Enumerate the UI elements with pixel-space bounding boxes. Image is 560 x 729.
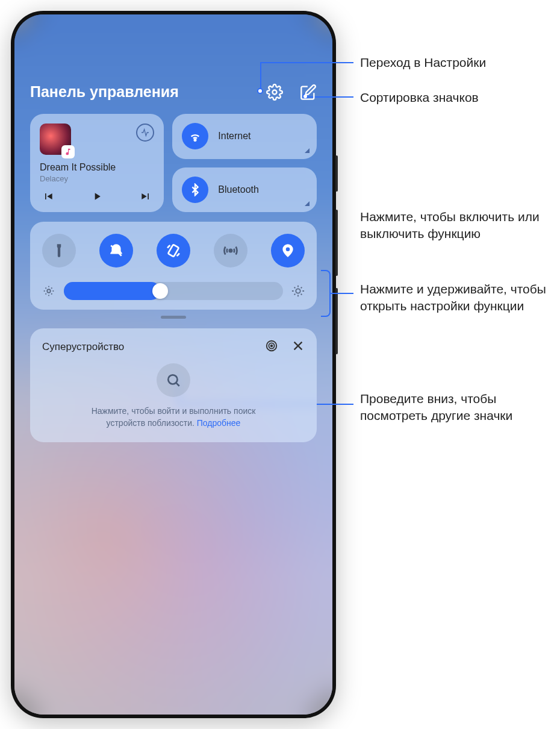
volume-up-button	[335, 210, 338, 276]
brightness-slider[interactable]	[64, 282, 283, 300]
svg-point-4	[229, 249, 232, 252]
anno-sort: Сортировка значков	[360, 89, 479, 106]
anno-swipe: Проведите вниз, чтобы посмотреть другие …	[360, 390, 541, 425]
track-artist: Delacey	[40, 174, 154, 183]
brightness-slider-row	[42, 282, 305, 300]
control-panel-header: Панель управления	[30, 83, 317, 101]
svg-point-0	[273, 90, 277, 94]
page-title: Панель управления	[30, 83, 179, 101]
wifi-tile[interactable]: Internet	[172, 114, 317, 159]
edit-icon[interactable]	[300, 84, 317, 101]
bluetooth-icon	[182, 177, 208, 203]
location-toggle[interactable]	[271, 234, 305, 268]
svg-point-1	[194, 139, 196, 141]
audio-output-icon[interactable]	[136, 124, 154, 142]
media-card[interactable]: Dream It Possible Delacey	[30, 114, 164, 212]
anno-tap: Нажмите, чтобы включить или выключить фу…	[360, 208, 547, 243]
superdevice-title: Суперустройство	[42, 341, 124, 353]
svg-point-6	[296, 289, 300, 293]
search-button[interactable]	[157, 363, 190, 397]
wifi-label: Internet	[218, 131, 250, 142]
bluetooth-label: Bluetooth	[218, 184, 259, 195]
expand-icon	[305, 148, 310, 153]
svg-point-10	[168, 375, 177, 384]
anno-settings: Переход в Настройки	[360, 54, 486, 71]
volume-down-button	[335, 288, 338, 354]
quick-toggles-card	[30, 222, 317, 310]
album-art	[40, 124, 71, 155]
drag-handle[interactable]	[161, 316, 186, 319]
wifi-icon	[182, 123, 208, 149]
learn-more-link[interactable]: Подробнее	[197, 418, 241, 428]
expand-icon	[305, 201, 310, 206]
side-button	[335, 155, 338, 192]
close-icon[interactable]	[291, 339, 305, 355]
radar-icon[interactable]	[265, 339, 278, 355]
flashlight-toggle[interactable]	[42, 234, 76, 268]
hotspot-toggle[interactable]	[214, 234, 247, 268]
gear-icon[interactable]	[266, 84, 283, 101]
superdevice-card: Суперустройство Нажмите, чтобы войти и в…	[30, 328, 317, 442]
music-app-icon	[61, 145, 75, 158]
play-icon[interactable]	[91, 190, 103, 205]
screen: Панель управления	[14, 14, 332, 715]
track-title: Dream It Possible	[40, 162, 154, 173]
svg-point-5	[47, 289, 51, 293]
mute-toggle[interactable]	[99, 234, 133, 268]
phone-frame: Панель управления	[11, 11, 336, 718]
anno-hold: Нажмите и удерживайте, чтобы открыть нас…	[360, 281, 553, 315]
bluetooth-tile[interactable]: Bluetooth	[172, 167, 317, 213]
brightness-low-icon	[42, 284, 55, 298]
prev-icon[interactable]	[42, 190, 54, 205]
auto-rotate-toggle[interactable]	[157, 234, 190, 268]
svg-point-9	[271, 345, 273, 347]
next-icon[interactable]	[140, 190, 152, 205]
superdevice-hint: Нажмите, чтобы войти и выполнить поиск у…	[42, 405, 305, 429]
brightness-high-icon	[291, 284, 305, 298]
